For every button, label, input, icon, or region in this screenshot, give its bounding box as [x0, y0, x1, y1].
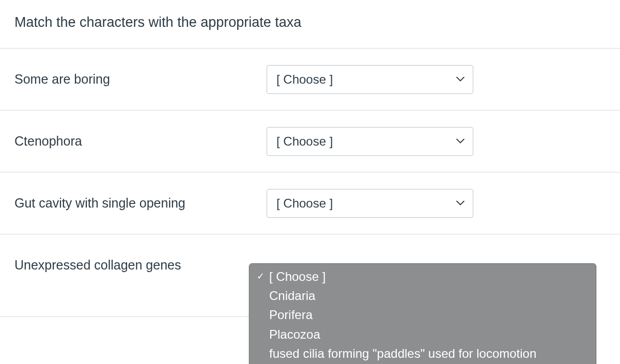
match-prompt: Some are boring — [14, 72, 267, 87]
answer-select[interactable]: [ Choose ] — [267, 65, 473, 94]
chevron-down-icon — [456, 138, 464, 144]
select-value: [ Choose ] — [276, 196, 333, 211]
select-value: [ Choose ] — [276, 72, 333, 87]
answer-dropdown-menu: [ Choose ] Cnidaria Porifera Placozoa fu… — [249, 263, 596, 317]
dropdown-option-label: Cnidaria — [269, 288, 315, 304]
check-icon — [255, 271, 266, 282]
answer-select[interactable]: [ Choose ] — [267, 189, 473, 218]
select-wrap: [ Choose ] — [267, 127, 473, 156]
answer-select[interactable]: [ Choose ] — [267, 127, 473, 156]
dropdown-option[interactable]: Cnidaria — [250, 286, 596, 305]
match-prompt: Ctenophora — [14, 134, 267, 149]
match-prompt: Unexpressed collagen genes — [14, 258, 267, 273]
match-row: Ctenophora [ Choose ] — [0, 110, 620, 172]
dropdown-option[interactable]: Porifera — [250, 305, 596, 317]
select-value: [ Choose ] — [276, 134, 333, 149]
dropdown-option-label: Porifera — [269, 307, 313, 317]
chevron-down-icon — [456, 76, 464, 82]
match-row: Some are boring [ Choose ] — [0, 48, 620, 110]
match-row: Gut cavity with single opening [ Choose … — [0, 172, 620, 234]
select-wrap: [ Choose ] — [267, 189, 473, 218]
select-wrap: [ Choose ] — [267, 65, 473, 94]
dropdown-option[interactable]: [ Choose ] — [250, 267, 596, 286]
dropdown-option-label: [ Choose ] — [269, 268, 326, 284]
match-prompt: Gut cavity with single opening — [14, 196, 267, 211]
question-text: Match the characters with the appropriat… — [0, 0, 620, 48]
chevron-down-icon — [456, 200, 464, 205]
divider — [0, 316, 250, 317]
